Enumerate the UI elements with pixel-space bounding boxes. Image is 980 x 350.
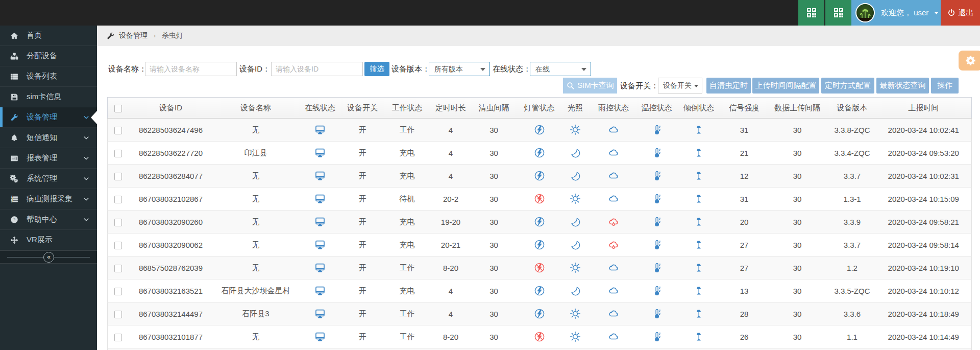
cell-timer: 8-20 <box>431 325 471 348</box>
device-switch-select[interactable]: 设备开关 <box>658 78 702 94</box>
row-checkbox[interactable] <box>114 219 122 226</box>
sidebar-item-6[interactable]: 报表管理 <box>0 148 97 169</box>
cell-tilt-status <box>675 279 723 302</box>
cell-upload-interval: 30 <box>766 302 829 325</box>
device-version-select[interactable]: 所有版本 <box>429 62 490 76</box>
table-header-row: 设备ID设备名称在线状态设备开关工作状态定时时长清虫间隔灯管状态光照雨控状态温控… <box>108 98 972 119</box>
row-checkbox[interactable] <box>114 311 122 318</box>
list-ol-icon <box>10 195 18 203</box>
operate-button[interactable]: 操作 <box>931 78 959 94</box>
sidebar-item-5[interactable]: 短信通知 <box>0 128 97 148</box>
column-header-8: 光照 <box>562 98 589 119</box>
column-header-10: 温控状态 <box>639 98 675 119</box>
lamp-on-icon <box>534 216 545 227</box>
sun-icon <box>570 262 581 273</box>
thermometer-icon <box>651 239 663 250</box>
timer-mode-config-button[interactable]: 定时方式配置 <box>821 78 874 94</box>
sidebar-item-10[interactable]: VR展示 <box>0 230 97 250</box>
cell-rain-status <box>589 325 639 348</box>
column-header-12: 信号强度 <box>723 98 766 119</box>
cell-lamp-status <box>517 142 562 165</box>
sidebar-item-2[interactable]: 设备列表 <box>0 66 97 87</box>
upload-interval-config-button[interactable]: 上传时间间隔配置 <box>752 78 819 94</box>
user-menu[interactable]: 欢迎您， user <box>851 0 941 26</box>
sidebar-item-0[interactable]: 首页 <box>0 26 97 46</box>
row-checkbox[interactable] <box>114 288 122 295</box>
sidebar-item-label: 帮助中心 <box>27 215 57 224</box>
breadcrumb-section[interactable]: 设备管理 <box>119 31 148 40</box>
table-row: 867038032090260无开充电19-203020303.3.92020-… <box>108 211 972 234</box>
qr-button-1[interactable] <box>798 0 824 26</box>
row-checkbox[interactable] <box>114 265 122 272</box>
auto-clean-timer-button[interactable]: 自清虫定时 <box>706 78 751 94</box>
sun-icon <box>570 193 581 204</box>
device-id-input[interactable] <box>271 62 363 76</box>
cloud-icon <box>608 262 619 273</box>
sidebar-item-1[interactable]: 分配设备 <box>0 46 97 66</box>
table-row: 867038032144497石阡县3开工作43028303.3.62020-0… <box>108 302 972 325</box>
column-header-15: 上报时间 <box>876 98 972 119</box>
lamp-off-icon <box>534 331 545 342</box>
cell-device-name: 无 <box>213 211 299 234</box>
device-name-input[interactable] <box>145 62 237 76</box>
qr-button-2[interactable] <box>825 0 851 26</box>
cell-signal: 20 <box>723 211 766 234</box>
cell-lamp-status <box>517 119 562 142</box>
cell-online-status <box>299 256 341 279</box>
filter-button[interactable]: 筛选 <box>364 62 389 76</box>
cell-tilt-status <box>675 234 723 256</box>
cell-timer: 20-21 <box>431 234 471 256</box>
cell-light-status <box>562 165 589 188</box>
sim-query-button[interactable]: SIM卡查询 <box>563 78 617 94</box>
chevron-down-icon <box>83 114 90 121</box>
cell-tilt-status <box>675 256 723 279</box>
chevron-down-icon <box>83 216 90 223</box>
online-status-icon <box>314 147 326 158</box>
cell-rain-status <box>589 119 639 142</box>
cell-lamp-status <box>517 234 562 256</box>
sidebar-item-4[interactable]: 设备管理 <box>0 107 97 128</box>
cell-clean-interval: 30 <box>471 142 517 165</box>
row-checkbox[interactable] <box>114 150 122 157</box>
sidebar-item-7[interactable]: 系统管理 <box>0 169 97 189</box>
cell-timer: 4 <box>431 142 471 165</box>
cell-timer: 4 <box>431 165 471 188</box>
sidebar-item-3[interactable]: sim卡信息 <box>0 87 97 107</box>
row-checkbox[interactable] <box>114 127 122 134</box>
cell-lamp-status <box>517 188 562 211</box>
latest-status-query-button[interactable]: 最新状态查询 <box>876 78 929 94</box>
qr-icon <box>832 7 845 19</box>
tilt-status-icon <box>693 147 704 158</box>
cell-clean-interval: 30 <box>471 325 517 348</box>
row-checkbox[interactable] <box>114 173 122 180</box>
top-bar: 欢迎您， user 退出 <box>0 0 980 26</box>
row-checkbox[interactable] <box>114 242 122 249</box>
cell-lamp-status <box>517 165 562 188</box>
table-row: 862285036247496无开工作43031303.3.8-ZQC2020-… <box>108 119 972 142</box>
sidebar-item-label: 报表管理 <box>27 153 57 163</box>
tilt-status-icon <box>693 239 704 250</box>
cell-device-name: 无 <box>213 256 299 279</box>
row-checkbox[interactable] <box>114 196 122 203</box>
cell-light-status <box>562 188 589 211</box>
cell-report-time: 2020-03-24 09:58:14 <box>876 234 972 256</box>
sidebar-collapse-button[interactable]: « <box>43 252 54 263</box>
cell-online-status <box>299 325 341 348</box>
sidebar-item-8[interactable]: 病虫测报采集 <box>0 189 97 209</box>
thermometer-icon <box>651 262 663 273</box>
cell-version: 3.3.7 <box>829 165 876 188</box>
logout-button[interactable]: 退出 <box>941 0 980 26</box>
sidebar-item-label: 设备管理 <box>27 112 57 122</box>
cell-report-time: 2020-03-24 10:19:10 <box>876 256 972 279</box>
cell-device-name: 石阡县大沙坝金星村 <box>213 279 299 302</box>
select-all-checkbox[interactable] <box>114 105 122 112</box>
cell-report-time: 2020-03-24 10:14:49 <box>876 325 972 348</box>
row-checkbox[interactable] <box>114 334 122 341</box>
settings-fab[interactable] <box>959 51 980 71</box>
table-row: 867038032163521石阡县大沙坝金星村开充电43013303.3.5-… <box>108 279 972 302</box>
sidebar-item-9[interactable]: 帮助中心 <box>0 209 97 230</box>
cell-light-status <box>562 279 589 302</box>
online-status-icon <box>314 216 326 227</box>
cell-version: 3.3.5-ZQC <box>829 279 876 302</box>
online-status-select[interactable]: 在线 <box>530 62 591 76</box>
